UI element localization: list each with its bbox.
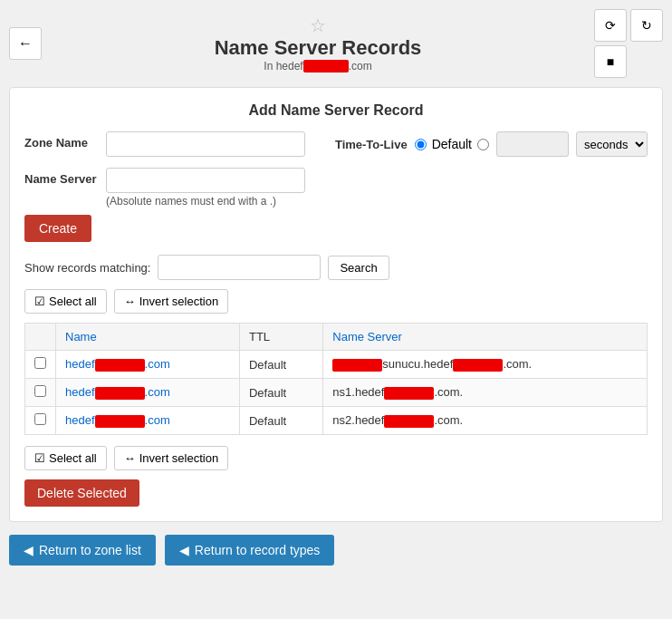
row1-checkbox[interactable] <box>34 357 46 369</box>
checkbox-icon-bottom: ☑ <box>34 451 45 465</box>
col-ttl: TTL <box>239 324 322 351</box>
arrow-left-icon-record: ◀ <box>179 543 189 557</box>
refresh-icon: ⟳ <box>605 18 616 33</box>
search-input[interactable] <box>158 255 321 280</box>
ttl-section: Time-To-Live Default seconds minutes hou… <box>335 131 648 157</box>
delete-selected-button[interactable]: Delete Selected <box>24 479 139 507</box>
row2-ttl: Default <box>239 379 322 407</box>
table-row: hedef .com Default sunucu.hedef .com. <box>25 351 648 379</box>
refresh-icon-button[interactable]: ⟳ <box>594 9 627 42</box>
return-record-types-button[interactable]: ◀ Return to record types <box>165 535 335 566</box>
name-server-input-block: (Absolute names must end with a .) <box>106 168 305 208</box>
header-title-block: ☆ Name Server Records In hedef .com <box>42 15 594 73</box>
return-zone-label: Return to zone list <box>39 543 141 557</box>
invert-selection-button-bottom[interactable]: ↔ Invert selection <box>114 446 228 470</box>
stop-icon: ■ <box>607 54 614 69</box>
add-record-form: Zone Name Time-To-Live Default seconds m… <box>24 131 648 208</box>
selection-row-top: ☑ Select all ↔ Invert selection <box>24 289 648 314</box>
row1-ttl: Default <box>239 351 322 379</box>
table-header-row: Name TTL Name Server <box>25 324 648 351</box>
col-nameserver: Name Server <box>323 324 648 351</box>
records-table: Name TTL Name Server hedef .com Default <box>24 323 648 435</box>
footer-nav: ◀ Return to zone list ◀ Return to record… <box>9 535 663 566</box>
row2-checkbox[interactable] <box>34 385 46 397</box>
select-all-label-bottom: Select all <box>49 451 97 465</box>
arrow-left-icon-zone: ◀ <box>24 543 34 557</box>
row2-name-redacted <box>95 387 145 400</box>
reload-icon-button[interactable]: ↻ <box>630 9 663 42</box>
row3-name-link[interactable]: hedef .com <box>65 413 170 427</box>
row2-checkbox-cell <box>25 379 56 407</box>
row2-name: hedef .com <box>56 379 240 407</box>
header-actions: ⟳ ↻ ■ <box>594 9 663 78</box>
header-actions-row-bottom: ■ <box>594 45 663 78</box>
select-all-label-top: Select all <box>49 295 97 308</box>
search-button[interactable]: Search <box>328 256 389 280</box>
row1-ns-redacted2 <box>453 359 503 372</box>
zone-name-label: Zone Name <box>24 131 97 150</box>
select-all-button-bottom[interactable]: ☑ Select all <box>24 446 107 470</box>
name-server-label: Name Server <box>24 168 97 186</box>
return-record-label: Return to record types <box>195 543 321 557</box>
row1-name-redacted <box>95 359 145 372</box>
card-title: Add Name Server Record <box>24 102 648 119</box>
header-actions-row-top: ⟳ ↻ <box>594 9 663 42</box>
invert-selection-button-top[interactable]: ↔ Invert selection <box>114 289 228 314</box>
selection-row-bottom: ☑ Select all ↔ Invert selection <box>24 446 648 470</box>
row3-nameserver: ns2.hedef .com. <box>323 407 648 435</box>
search-label: Show records matching: <box>24 261 150 275</box>
row3-ttl: Default <box>239 407 322 435</box>
invert-icon-bottom: ↔ <box>124 451 136 465</box>
row1-name-link[interactable]: hedef .com <box>65 357 170 371</box>
row3-ns-redacted <box>384 415 434 428</box>
row1-ns-redacted1 <box>332 359 382 372</box>
row1-checkbox-cell <box>25 351 56 379</box>
subtitle-prefix: In hedef <box>264 60 302 73</box>
zone-name-input[interactable] <box>106 131 305 157</box>
name-server-row: Name Server (Absolute names must end wit… <box>24 168 648 208</box>
reload-icon: ↻ <box>641 18 652 33</box>
col-name: Name <box>56 324 240 351</box>
ttl-value-input[interactable] <box>496 131 569 157</box>
page-header: ← ☆ Name Server Records In hedef .com ⟳ … <box>9 9 663 78</box>
row2-ns-redacted <box>384 387 434 400</box>
header-left: ← <box>9 27 42 60</box>
row3-name: hedef .com <box>56 407 240 435</box>
page-title: Name Server Records <box>42 36 594 60</box>
row3-checkbox-cell <box>25 407 56 435</box>
row3-name-redacted <box>95 415 145 428</box>
bottom-actions: ☑ Select all ↔ Invert selection Delete S… <box>24 446 648 507</box>
row2-name-link[interactable]: hedef .com <box>65 385 170 399</box>
domain-redacted <box>303 60 349 73</box>
zone-ttl-row: Zone Name Time-To-Live Default seconds m… <box>24 131 648 157</box>
ttl-custom-radio[interactable] <box>477 139 489 150</box>
main-card: Add Name Server Record Zone Name Time-To… <box>9 87 663 522</box>
name-server-hint: (Absolute names must end with a .) <box>106 195 305 208</box>
checkbox-icon-top: ☑ <box>34 295 45 308</box>
invert-label-top: Invert selection <box>139 295 218 308</box>
row2-nameserver: ns1.hedef .com. <box>323 379 648 407</box>
back-icon: ← <box>18 35 33 52</box>
ttl-default-radio[interactable] <box>415 139 427 150</box>
col-checkbox <box>25 324 56 351</box>
create-button[interactable]: Create <box>24 215 91 242</box>
subtitle-suffix: .com <box>349 60 372 73</box>
ttl-unit-select[interactable]: seconds minutes hours days <box>576 131 648 157</box>
search-row: Show records matching: Search <box>24 255 648 280</box>
ttl-default-label: Default <box>432 137 472 151</box>
back-button[interactable]: ← <box>9 27 42 60</box>
table-row: hedef .com Default ns1.hedef .com. <box>25 379 648 407</box>
page-subtitle: In hedef .com <box>42 60 594 73</box>
select-all-button-top[interactable]: ☑ Select all <box>24 289 107 314</box>
invert-icon-top: ↔ <box>124 295 136 308</box>
row3-checkbox[interactable] <box>34 413 46 425</box>
return-zone-button[interactable]: ◀ Return to zone list <box>9 535 156 566</box>
stop-icon-button[interactable]: ■ <box>594 45 627 78</box>
ttl-label: Time-To-Live <box>335 138 408 151</box>
table-row: hedef .com Default ns2.hedef .com. <box>25 407 648 435</box>
ttl-radio-group: Default <box>415 137 489 151</box>
name-server-input[interactable] <box>106 168 305 193</box>
row1-name: hedef .com <box>56 351 240 379</box>
row1-nameserver: sunucu.hedef .com. <box>323 351 648 379</box>
star-icon[interactable]: ☆ <box>310 15 326 35</box>
